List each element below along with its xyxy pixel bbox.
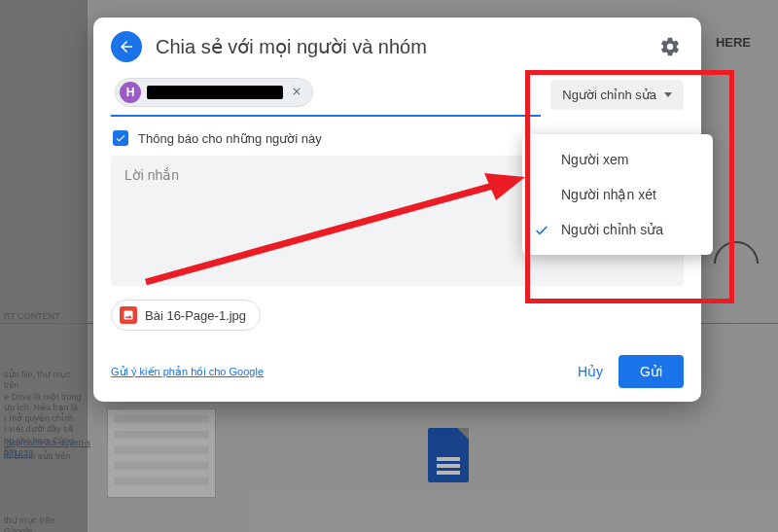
check-icon	[115, 132, 126, 144]
recipient-input[interactable]: H	[111, 72, 541, 117]
checkmark-icon	[534, 223, 549, 241]
send-button[interactable]: Gửi	[619, 355, 684, 388]
cancel-button[interactable]: Hủy	[562, 356, 619, 387]
back-button[interactable]	[111, 31, 142, 62]
remove-chip-button[interactable]	[289, 84, 304, 101]
perm-option-editor[interactable]: Người chỉnh sửa	[522, 212, 713, 247]
arrow-left-icon	[118, 38, 135, 55]
avatar: H	[120, 82, 141, 103]
image-file-icon	[120, 306, 137, 324]
recipient-row: H Người chỉnh sửa	[111, 72, 684, 117]
share-dialog: Chia sẻ với mọi người và nhóm H Ng	[93, 18, 701, 402]
feedback-link[interactable]: Gửi ý kiến phản hồi cho Google	[111, 366, 264, 378]
attachment-chip[interactable]: Bài 16-Page-1.jpg	[111, 300, 261, 331]
dialog-header: Chia sẻ với mọi người và nhóm	[93, 18, 701, 72]
notify-checkbox[interactable]	[113, 130, 128, 146]
permission-menu: Người xem Người nhận xét Người chỉnh sửa	[522, 134, 713, 255]
perm-option-label: Người chỉnh sửa	[561, 222, 663, 237]
caret-down-icon	[664, 92, 672, 97]
recipient-name-redacted	[147, 86, 283, 99]
dialog-title: Chia sẻ với mọi người và nhóm	[156, 35, 656, 58]
perm-option-commenter[interactable]: Người nhận xét	[522, 177, 713, 212]
attachment-name: Bài 16-Page-1.jpg	[145, 308, 246, 323]
perm-option-label: Người xem	[561, 152, 628, 167]
permission-selected-label: Người chỉnh sửa	[562, 88, 656, 102]
perm-option-viewer[interactable]: Người xem	[522, 142, 713, 177]
settings-button[interactable]	[656, 33, 684, 60]
permission-dropdown-button[interactable]: Người chỉnh sửa	[550, 80, 684, 110]
dialog-footer: Gửi ý kiến phản hồi cho Google Hủy Gửi	[111, 355, 684, 388]
close-icon	[291, 86, 302, 97]
gear-icon	[659, 36, 681, 57]
perm-option-label: Người nhận xét	[561, 187, 656, 202]
message-placeholder: Lời nhắn	[124, 167, 179, 183]
recipient-chip[interactable]: H	[115, 78, 313, 107]
notify-label: Thông báo cho những người này	[138, 131, 322, 146]
